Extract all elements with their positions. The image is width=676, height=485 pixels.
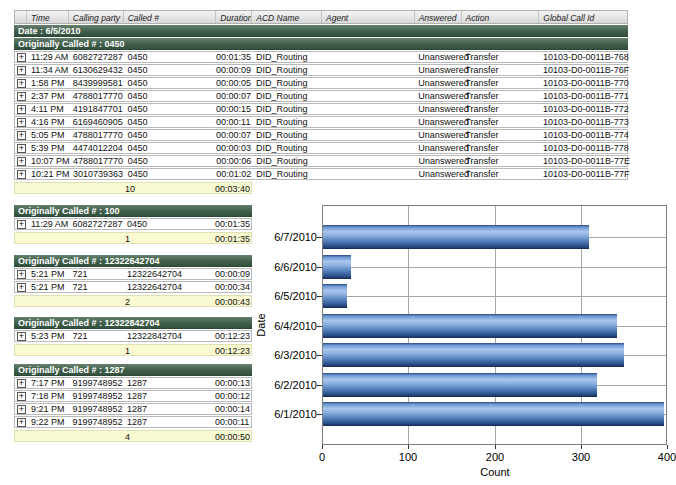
expander-cell: +: [15, 332, 27, 341]
y-category-label: 6/6/2010: [241, 261, 317, 273]
expand-row-button[interactable]: +: [17, 332, 26, 341]
cell-time: 5:23 PM: [27, 331, 69, 341]
cell-calling-party: 4788017770: [69, 91, 124, 101]
y-category-label: 6/7/2010: [241, 231, 317, 243]
cell-acd-name: DID_Routing: [252, 104, 322, 114]
expand-row-button[interactable]: +: [17, 283, 26, 292]
expand-row-button[interactable]: +: [17, 118, 26, 127]
called-group-band: Originally Called # : 12322642704: [14, 255, 252, 267]
expand-row-button[interactable]: +: [17, 270, 26, 279]
cell-action: Transfer: [461, 156, 539, 166]
column-header-global-call-id[interactable]: Global Call Id: [539, 11, 627, 23]
cell-duration: 00:00:09: [216, 65, 252, 75]
y-tick-mark: [317, 355, 322, 356]
cell-calling-party: 9199748952: [68, 417, 122, 427]
cell-global-call-id: 10103-D0-0011B-773: [539, 117, 627, 127]
y-tick-mark: [317, 296, 322, 297]
column-header-answered[interactable]: Answered: [415, 11, 462, 23]
table-row: +5:21 PM7211232264270400:00:34: [14, 281, 252, 293]
table-row: +10:21 PM3010739363045000:01:02DID_Routi…: [14, 168, 628, 180]
cell-duration: 00:01:35: [215, 219, 251, 229]
expand-row-button[interactable]: +: [17, 92, 26, 101]
expand-row-button[interactable]: +: [17, 392, 26, 401]
cell-duration: 00:00:06: [216, 156, 252, 166]
x-tick-mark: [581, 445, 582, 449]
x-tick-mark: [495, 445, 496, 449]
called-group-band: Originally Called # : 100: [14, 205, 252, 217]
y-category-label: 6/4/2010: [241, 320, 317, 332]
y-tick-mark: [317, 267, 322, 268]
cell-called: 0450: [124, 156, 217, 166]
group-summary-row: 100:12:23: [14, 344, 252, 356]
expand-row-button[interactable]: +: [17, 405, 26, 414]
cell-calling-party: 4191847701: [69, 104, 124, 114]
summary-count: 10: [125, 184, 135, 194]
column-header-action[interactable]: Action: [462, 11, 540, 23]
cell-time: 4:11 PM: [27, 104, 69, 114]
x-tick-label: 200: [475, 451, 515, 463]
cell-answered: Unanswered: [414, 117, 461, 127]
table-row: +9:21 PM9199748952128700:00:14: [14, 403, 252, 415]
x-tick-label: 100: [388, 451, 428, 463]
table-row: +11:29 AM6082727287045000:01:35DID_Routi…: [14, 51, 628, 63]
table-row: +5:39 PM4474012204045000:00:03DID_Routin…: [14, 142, 628, 154]
column-header-acd-name[interactable]: ACD Name: [252, 11, 322, 23]
table-header-row: TimeCalling party #Called #DurationACD N…: [14, 10, 628, 24]
cell-global-call-id: 10103-D0-0011B-778: [539, 143, 627, 153]
column-header-calling-party[interactable]: Calling party #: [69, 11, 124, 23]
cell-calling-party: 721: [68, 269, 122, 279]
expander-cell: +: [15, 270, 27, 279]
expander-cell: +: [15, 66, 27, 75]
cell-called: 0450: [124, 65, 217, 75]
cell-time: 5:39 PM: [27, 143, 69, 153]
cell-called: 0450: [124, 117, 217, 127]
summary-count: 1: [125, 234, 130, 244]
y-category-label: 6/5/2010: [241, 290, 317, 302]
summary-duration: 00:03:40: [215, 184, 249, 194]
cell-global-call-id: 10103-D0-0011B-76F: [539, 65, 627, 75]
cell-action: Transfer: [461, 65, 539, 75]
cell-time: 5:05 PM: [27, 130, 69, 140]
expand-row-button[interactable]: +: [17, 66, 26, 75]
expand-row-button[interactable]: +: [17, 105, 26, 114]
x-tick-mark: [408, 445, 409, 449]
expand-row-button[interactable]: +: [17, 379, 26, 388]
chart-bar: [323, 314, 617, 338]
expand-row-button[interactable]: +: [17, 53, 26, 62]
expand-row-button[interactable]: +: [17, 144, 26, 153]
expand-row-button[interactable]: +: [17, 418, 26, 427]
cell-answered: Unanswered: [414, 91, 461, 101]
expand-row-button[interactable]: +: [17, 220, 26, 229]
expander-cell: +: [15, 379, 27, 388]
group-summary-row: 400:00:50: [14, 430, 252, 442]
column-header-duration[interactable]: Duration: [216, 11, 252, 23]
cell-called: 12322842704: [123, 331, 215, 341]
table-row: +11:34 AM6130629432045000:00:09DID_Routi…: [14, 64, 628, 76]
column-header-called[interactable]: Called #: [124, 11, 217, 23]
table-row: +4:11 PM4191847701045000:00:15DID_Routin…: [14, 103, 628, 115]
cell-calling-party: 8439999581: [69, 78, 124, 88]
cell-calling-party: 6169460905: [69, 117, 124, 127]
cell-time: 5:21 PM: [27, 269, 69, 279]
cell-global-call-id: 10103-D0-0011B-771: [539, 91, 627, 101]
expander-cell: +: [15, 283, 27, 292]
cell-called: 0450: [124, 143, 217, 153]
cell-acd-name: DID_Routing: [252, 52, 322, 62]
column-header-time[interactable]: Time: [27, 11, 69, 23]
cell-global-call-id: 10103-D0-0011B-768: [539, 52, 627, 62]
column-header-agent[interactable]: Agent: [322, 11, 415, 23]
report-group-table: Originally Called # : 100+11:29 AM608272…: [14, 205, 252, 244]
expander-cell: +: [15, 79, 27, 88]
cell-acd-name: DID_Routing: [252, 65, 322, 75]
date-group-band: Date : 6/5/2010: [14, 25, 628, 37]
expand-row-button[interactable]: +: [17, 157, 26, 166]
group-summary-row: 1000:03:40: [14, 182, 252, 194]
cell-calling-party: 9199748952: [68, 404, 122, 414]
expand-row-button[interactable]: +: [17, 131, 26, 140]
expand-row-button[interactable]: +: [17, 79, 26, 88]
expand-row-button[interactable]: +: [17, 170, 26, 179]
cell-calling-party: 4474012204: [69, 143, 124, 153]
report-group-table: Originally Called # : 12322642704+5:21 P…: [14, 255, 252, 307]
expander-cell: +: [15, 170, 27, 179]
chart-bar: [323, 373, 597, 397]
